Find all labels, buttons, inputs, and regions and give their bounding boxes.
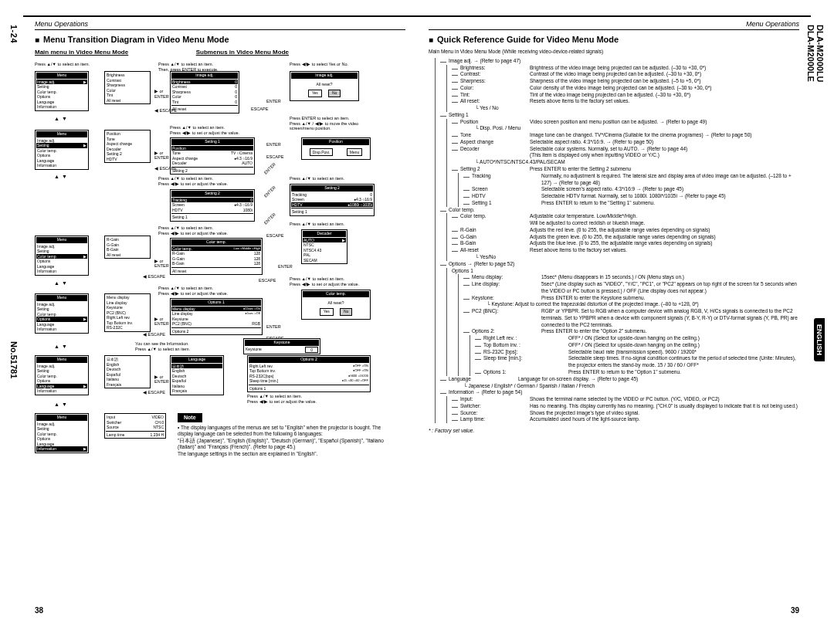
image-adj-summary: Brightness Contrast Sharpness Color Tint… <box>104 71 151 104</box>
instr-sel-info: Press ▲/▼ to select an item. <box>135 347 190 351</box>
decoder-box: Decoder AUTO▶ NTSC NTSC4.43 PAL SECAM <box>301 229 348 264</box>
nav-escape-3: ◀ ESCAPE <box>143 274 165 279</box>
setting-summary: Position Tone Aspect change Decoder Sett… <box>104 130 151 163</box>
instr-select-6: Press ▲/▼ to select an item. <box>158 286 213 290</box>
info-detail: InputVIDEO SwitcherCH.0 SourceNTSC Lamp … <box>104 413 166 439</box>
instr-select-dec: Press ▲/▼ to select an item. <box>290 222 344 226</box>
main-menu-box-6: Menu Image adj. Setting Color temp. Opti… <box>35 413 89 453</box>
nav-enter-1b: ENTER <box>266 99 281 103</box>
instr-info: You can see the Information. <box>135 341 189 346</box>
nav-enter-5: ENTER <box>154 379 169 384</box>
instr-yesno: Press ◀/▶ to select Yes or No. <box>290 62 348 66</box>
instr-adjust-6: Press ◀/▶ to set or adjust the value. <box>158 291 228 296</box>
image-adj-detail: Image adj. Brightness0 Contrast0 Sharpne… <box>170 71 239 114</box>
instr-adjust-ct: Press ◀/▶ to set or adjust the value. <box>290 282 359 286</box>
nav-escape-5: ◀ ESCAPE <box>143 390 165 395</box>
instr-move: Press ▲/▼ / ◀/▶ to move the video screen… <box>290 121 382 130</box>
nav-enter-diag1: ENTER <box>263 161 276 175</box>
main-menu-box-4: Menu Image adj. Setting Color temp. Opti… <box>35 293 89 334</box>
ct-reset-confirm: Color temp. All reset? Yes No <box>301 290 371 320</box>
setting2-right: Setting 2 Tracking0 Screen●4:3 ○16:9 HDT… <box>290 184 375 216</box>
nav-escape-3b: ESCAPE <box>259 278 276 283</box>
lang-summary: 日本語 English Deutsch Español Italiano Fra… <box>104 355 151 388</box>
keystone-box: Keystone Keystone0 <box>243 338 320 354</box>
nav-arrows-4: ▲▼ <box>54 344 67 350</box>
page-spine-top: 1-24 <box>9 25 19 605</box>
nav-enter-2: ENTER <box>154 155 169 160</box>
main-menu-box-1: Menu Image adj.▶ Setting Color temp. Opt… <box>35 71 89 111</box>
factory-note: * : Factory set value. <box>429 428 799 433</box>
ct-detail: Color temp. Color temp.Low ○Middle ○High… <box>170 238 263 275</box>
instr-adjust-o2: Press ◀/▶ to set or adjust the value. <box>247 399 317 404</box>
main-menu-box-5: Menu Image adj. Setting Color temp. Opti… <box>35 355 89 395</box>
nav-enter-diag2: ENTER <box>263 185 276 198</box>
nav-arrows-3: ▲▼ <box>54 280 67 286</box>
nav-escape-1b: ESCAPE <box>251 107 268 111</box>
instr-select-s2: Press ▲/▼ to select an item. <box>290 176 344 181</box>
nav-arrows-5: ▲▼ <box>54 402 67 408</box>
nav-enter-diag3: ENTER <box>263 212 276 225</box>
left-subhead-sub: Submenus in Video Menu Mode <box>196 49 405 56</box>
nav-enter-4: ENTER <box>154 321 169 326</box>
instr-select-4: Press ▲/▼ to select an item. <box>158 176 213 181</box>
all-reset-confirm: Image adj. All reset? Yes No <box>290 71 359 101</box>
position-box: Position Disp.Posi. Menu <box>301 137 371 160</box>
instr-select-ct: Press ▲/▼ to select an item. <box>290 276 344 281</box>
nav-escape-4: ◀ ESCAPE <box>143 332 165 337</box>
note-label: Note <box>178 413 202 422</box>
instr-adjust-4: Press ◀/▶ to set or adjust the value. <box>158 181 228 186</box>
nav-escape-dec: ESCAPE <box>266 233 283 238</box>
nav-or-1: ▶ or <box>154 89 163 93</box>
ct-summary: R-Gain G-Gain B-Gain All reset <box>104 236 151 259</box>
english-tab: ENGLISH <box>814 318 825 361</box>
instr-adjust-5: Press ◀/▶ to set or adjust the value. <box>158 231 228 236</box>
instr-adjust-3: Press ◀/▶ to set or adjust the value. <box>170 130 239 135</box>
nav-enter-pos: ENTER <box>266 142 281 147</box>
page-spine-mid: No.51781 <box>9 341 19 378</box>
nav-enter-4b: ENTER <box>266 324 281 329</box>
instr-enter-select: Press ENTER to select an item. <box>290 116 349 120</box>
right-spine: DLA-M2000LU DLA-M2000LE <box>806 25 825 83</box>
nav-escape-1: ◀ ESCAPE <box>154 108 177 113</box>
left-section-title: Menu Transition Diagram in Video Menu Mo… <box>35 35 405 44</box>
nav-escape-2: ◀ ESCAPE <box>154 166 177 171</box>
instr-select-5: Press ▲/▼ to select an item. <box>158 225 213 230</box>
nav-enter-3: ENTER <box>154 263 169 268</box>
left-header: Menu Operations <box>35 17 405 30</box>
page-num-right: 39 <box>791 606 799 615</box>
main-menu-box-3: Menu Image adj. Setting Color temp.▶ Opt… <box>35 236 89 276</box>
options1-detail: Options 1 Menu display●15sec ○On Line di… <box>170 298 263 335</box>
setting1-detail: Setting 1 Position ToneTV ○Cinema Aspect… <box>170 137 255 175</box>
right-section-title: Quick Reference Guide for Video Menu Mod… <box>429 35 799 44</box>
instr-select-2: Press ▲/▼ to select an item. <box>158 62 213 66</box>
nav-enter-dec: ENTER <box>278 264 293 269</box>
right-header: Menu Operations <box>429 17 799 30</box>
setting2-detail: Setting 2 Tracking0 Screen●4:3 ○16:9 HDT… <box>170 189 255 222</box>
nav-arrows-1: ▲▼ <box>54 116 67 122</box>
nav-enter-1: ENTER <box>154 94 169 99</box>
main-menu-box-2: Menu Image adj. Setting▶ Color temp. Opt… <box>35 130 89 170</box>
left-subhead-main: Main menu in Video Menu Mode <box>35 49 196 56</box>
instr-select-1: Press ▲/▼ to select an item. <box>35 62 90 66</box>
quick-ref-tree: Main Menu in Video Menu Mode (While rece… <box>429 49 799 423</box>
transition-diagram: Press ▲/▼ to select an item. Press ▲/▼ t… <box>35 62 405 517</box>
nav-escape-pos: ESCAPE <box>266 154 283 159</box>
opt-summary: Menu display Line display Keystone PC2 (… <box>104 293 151 332</box>
nav-arrows-2: ▲▼ <box>54 174 67 180</box>
language-detail: Language 日本語 English Deutsch Español Ita… <box>170 355 224 395</box>
options2-detail: Options 2 Right Left rev.●OFF ○ON Top Bo… <box>247 355 371 392</box>
instr-select-o2: Press ▲/▼ to select an item. <box>247 394 302 398</box>
note-text: • The display languages of the menus are… <box>178 425 386 457</box>
page-num-left: 38 <box>35 606 43 615</box>
instr-select-3: Press ▲/▼ to select an item. <box>170 125 225 130</box>
